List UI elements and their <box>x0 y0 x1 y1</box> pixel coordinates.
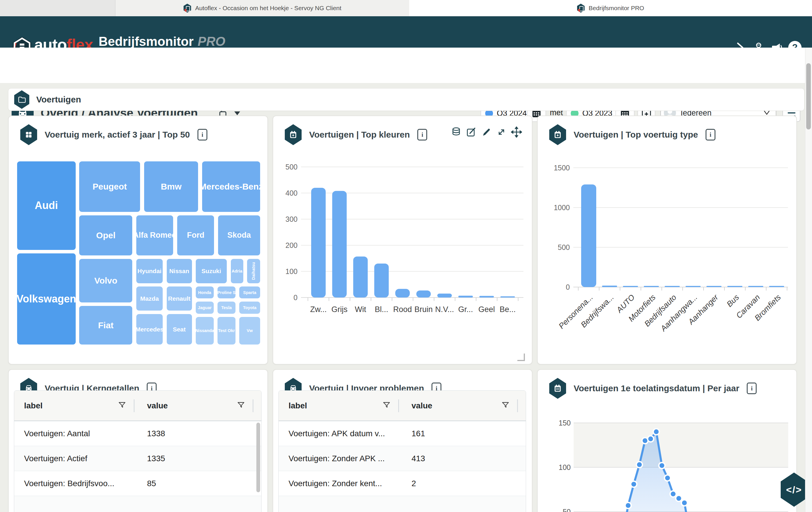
bar[interactable] <box>581 185 596 287</box>
kerngetallen-table[interactable]: label value Voertuigen: Aantal1338Voertu… <box>14 390 262 512</box>
filter-icon[interactable] <box>382 401 391 411</box>
move-icon[interactable] <box>511 127 522 138</box>
treemap-cell-label: Honda <box>198 290 211 295</box>
table-scrollbar[interactable] <box>256 423 260 492</box>
data-point[interactable] <box>670 491 676 497</box>
treemap-cell[interactable]: Suzuki <box>195 258 228 284</box>
data-point[interactable] <box>631 481 637 487</box>
bar[interactable] <box>374 264 389 297</box>
treemap-cell[interactable]: Seat <box>166 313 193 345</box>
filter-icon[interactable] <box>501 401 510 411</box>
toelatingsdatum-line-chart[interactable]: 15010050 <box>543 401 790 512</box>
bar[interactable] <box>665 286 680 287</box>
page-scrollbar-thumb[interactable] <box>806 63 811 130</box>
treemap-cell[interactable]: Mazda <box>136 286 164 312</box>
treemap-cell[interactable]: Test Okr <box>216 316 236 345</box>
treemap-cell[interactable]: Nissan <box>166 258 193 284</box>
treemap-cell[interactable]: Renault <box>166 286 193 312</box>
bar[interactable] <box>644 286 659 287</box>
treemap-cell[interactable]: Vw <box>238 316 261 345</box>
resize-handle[interactable] <box>517 353 525 361</box>
treemap-cell[interactable]: Audi <box>16 161 77 251</box>
table-row-partial <box>279 496 526 512</box>
section-voertuigen[interactable]: Voertuigen <box>8 88 805 111</box>
page-menu-caret-icon[interactable] <box>234 111 240 115</box>
treemap-cell[interactable]: Fiat <box>78 305 133 345</box>
treemap-cell[interactable]: Opel <box>78 215 133 256</box>
treemap-cell[interactable]: Toyota <box>238 301 261 314</box>
treemap-cell[interactable]: Nissanda <box>195 316 214 345</box>
bar[interactable] <box>769 286 784 287</box>
bar[interactable] <box>395 289 410 297</box>
column-label[interactable]: label <box>289 401 307 410</box>
expand-icon[interactable] <box>496 127 507 138</box>
data-point[interactable] <box>625 503 631 509</box>
treemap-cell[interactable]: Ford <box>176 215 215 256</box>
treemap-cell[interactable]: Hyundai <box>136 258 164 284</box>
bar[interactable] <box>459 296 473 297</box>
bar[interactable] <box>706 286 722 287</box>
info-icon[interactable]: i <box>417 129 427 140</box>
treemap-cell[interactable]: Tesla <box>216 301 236 314</box>
treemap-cell[interactable]: Volkswagen <box>16 252 77 345</box>
tab-label: Autoflex - Occasion om het Hoekje - Serv… <box>195 5 341 11</box>
invoer-problemen-table[interactable]: label value Voertuigen: APK datum v...16… <box>279 390 526 512</box>
treemap-cell-label: Opel <box>96 231 116 240</box>
bar[interactable] <box>686 286 701 287</box>
treemap-cell[interactable]: Proline S <box>216 286 236 299</box>
treemap-cell[interactable]: Honda <box>195 286 214 299</box>
treemap-cell[interactable]: Sparta <box>238 286 261 299</box>
table-row[interactable]: Voertuigen: Aantal1338 <box>14 421 261 446</box>
filter-icon[interactable] <box>237 401 245 411</box>
data-point[interactable] <box>664 475 670 481</box>
bar[interactable] <box>353 257 368 297</box>
top-voertuig-type-bar-chart[interactable]: 050010001500Personena...Bedrijfswa...AUT… <box>543 157 790 348</box>
treemap-cell[interactable]: Daihatsu <box>246 258 261 284</box>
filter-icon[interactable] <box>118 401 127 411</box>
data-point[interactable] <box>647 436 654 442</box>
info-icon[interactable]: i <box>705 129 716 140</box>
data-point[interactable] <box>682 500 688 506</box>
bar[interactable] <box>748 286 763 287</box>
bar[interactable] <box>727 286 743 287</box>
data-point[interactable] <box>676 495 682 502</box>
edit-box-icon[interactable] <box>466 127 477 138</box>
bar[interactable] <box>623 286 638 287</box>
treemap-cell[interactable]: Mercedes-Benz <box>201 161 261 213</box>
bar[interactable] <box>311 188 326 297</box>
data-point[interactable] <box>636 461 642 467</box>
tab-bedrijfsmonitor[interactable]: Bedrijfsmonitor PRO <box>409 0 812 16</box>
treemap-cell[interactable]: Mercedes <box>136 313 164 345</box>
table-row[interactable]: Voertuigen: Zonder kent...2 <box>279 471 526 496</box>
column-label[interactable]: value <box>411 401 432 410</box>
data-point[interactable] <box>659 462 665 468</box>
bar[interactable] <box>437 294 452 298</box>
datasource-icon[interactable] <box>451 127 462 138</box>
merk-treemap-chart[interactable]: AudiVolkswagenPeugeotBmwMercedes-BenzOpe… <box>16 161 261 345</box>
bar[interactable] <box>416 291 431 297</box>
info-icon[interactable]: i <box>747 382 757 394</box>
info-icon[interactable]: i <box>198 129 207 140</box>
table-row[interactable]: Voertuigen: Actief1335 <box>14 446 261 471</box>
column-label[interactable]: value <box>147 401 168 410</box>
bar[interactable] <box>500 296 515 297</box>
treemap-cell[interactable]: Bmw <box>143 161 199 213</box>
tab-servoy-client[interactable]: Autoflex - Occasion om het Hoekje - Serv… <box>115 0 410 16</box>
table-row[interactable]: Voertuigen: Zonder APK ...413 <box>279 446 526 471</box>
table-row[interactable]: Voertuigen: APK datum v...161 <box>279 421 526 446</box>
treemap-cell[interactable]: Jaguar <box>195 301 214 314</box>
column-label[interactable]: label <box>24 401 42 410</box>
bar[interactable] <box>480 296 494 297</box>
treemap-cell[interactable]: Adria <box>230 258 244 284</box>
bar[interactable] <box>602 286 617 287</box>
data-point[interactable] <box>654 429 660 435</box>
table-row[interactable]: Voertuigen: Bedrijfsvoo...85 <box>14 471 261 496</box>
top-kleuren-bar-chart[interactable]: 0100200300400500Zw...GrijsWitBl...RoodBr… <box>279 157 525 333</box>
bar[interactable] <box>332 191 347 297</box>
treemap-cell[interactable]: Skoda <box>217 215 261 256</box>
app-title-pro: PRO <box>198 34 225 49</box>
treemap-cell[interactable]: Peugeot <box>78 161 141 213</box>
treemap-cell[interactable]: Volvo <box>78 258 133 303</box>
treemap-cell[interactable]: Alfa Romeo <box>136 215 174 256</box>
pencil-icon[interactable] <box>481 127 492 138</box>
